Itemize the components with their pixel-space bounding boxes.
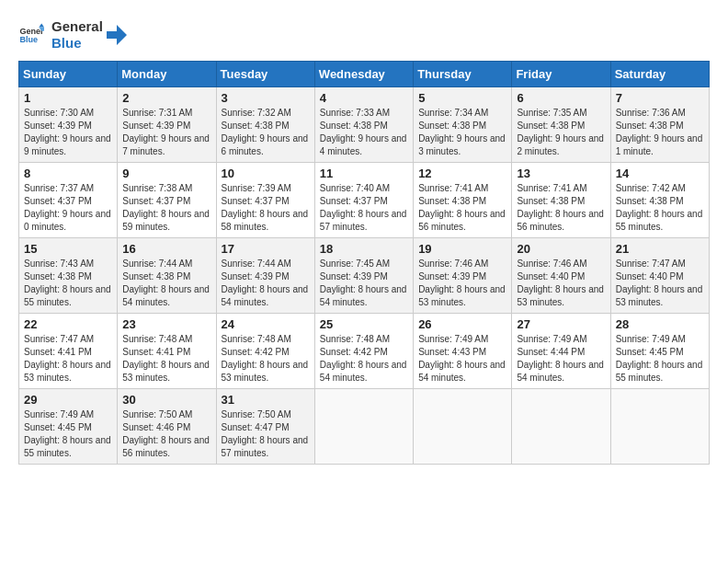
calendar-cell: 30 Sunrise: 7:50 AMSunset: 4:46 PMDaylig… [118,389,216,465]
calendar-cell: 1 Sunrise: 7:30 AMSunset: 4:39 PMDayligh… [19,87,118,163]
day-info: Sunrise: 7:38 AMSunset: 4:37 PMDaylight:… [122,183,210,232]
calendar-cell: 9 Sunrise: 7:38 AMSunset: 4:37 PMDayligh… [118,163,216,238]
day-info: Sunrise: 7:50 AMSunset: 4:47 PMDaylight:… [222,409,309,458]
calendar-cell: 4 Sunrise: 7:33 AMSunset: 4:38 PMDayligh… [314,87,413,163]
calendar-cell: 31 Sunrise: 7:50 AMSunset: 4:47 PMDaylig… [216,389,314,465]
header-day-sunday: Sunday [19,62,118,87]
day-number: 14 [616,167,704,180]
day-number: 26 [418,317,506,331]
svg-text:Blue: Blue [19,35,38,44]
day-info: Sunrise: 7:45 AMSunset: 4:39 PMDaylight:… [320,259,407,307]
day-number: 31 [222,393,310,407]
day-info: Sunrise: 7:47 AMSunset: 4:40 PMDaylight:… [616,259,703,307]
calendar-week-row: 8 Sunrise: 7:37 AMSunset: 4:37 PMDayligh… [19,163,710,238]
calendar-cell: 16 Sunrise: 7:44 AMSunset: 4:38 PMDaylig… [118,238,216,314]
day-number: 9 [122,167,210,180]
day-number: 29 [24,393,112,407]
logo-text-blue: Blue [51,35,103,52]
day-info: Sunrise: 7:36 AMSunset: 4:38 PMDaylight:… [616,108,703,156]
calendar-cell: 5 Sunrise: 7:34 AMSunset: 4:38 PMDayligh… [414,87,512,163]
calendar-cell: 8 Sunrise: 7:37 AMSunset: 4:37 PMDayligh… [19,163,118,238]
calendar-cell [610,389,709,465]
day-number: 8 [24,167,112,180]
calendar-week-row: 1 Sunrise: 7:30 AMSunset: 4:39 PMDayligh… [19,87,710,163]
day-info: Sunrise: 7:49 AMSunset: 4:43 PMDaylight:… [418,334,506,383]
day-number: 30 [122,393,210,407]
calendar-week-row: 15 Sunrise: 7:43 AMSunset: 4:38 PMDaylig… [19,238,710,314]
calendar-cell: 6 Sunrise: 7:35 AMSunset: 4:38 PMDayligh… [512,87,610,163]
day-info: Sunrise: 7:41 AMSunset: 4:38 PMDaylight:… [517,183,604,232]
day-info: Sunrise: 7:42 AMSunset: 4:38 PMDaylight:… [616,183,703,232]
calendar-cell: 20 Sunrise: 7:46 AMSunset: 4:40 PMDaylig… [512,238,610,314]
calendar-cell: 18 Sunrise: 7:45 AMSunset: 4:39 PMDaylig… [314,238,413,314]
calendar-cell: 25 Sunrise: 7:48 AMSunset: 4:42 PMDaylig… [314,314,413,389]
day-number: 4 [320,91,408,105]
day-info: Sunrise: 7:49 AMSunset: 4:44 PMDaylight:… [517,334,604,383]
page-header: General Blue General Blue [18,18,710,52]
logo-text-general: General [51,18,103,35]
calendar-header-row: SundayMondayTuesdayWednesdayThursdayFrid… [19,62,710,87]
calendar-cell: 13 Sunrise: 7:41 AMSunset: 4:38 PMDaylig… [512,163,610,238]
calendar-cell: 2 Sunrise: 7:31 AMSunset: 4:39 PMDayligh… [118,87,216,163]
day-number: 11 [320,167,408,180]
day-number: 28 [616,317,704,331]
svg-marker-4 [107,25,127,45]
day-info: Sunrise: 7:44 AMSunset: 4:38 PMDaylight:… [122,259,210,307]
calendar-cell: 24 Sunrise: 7:48 AMSunset: 4:42 PMDaylig… [216,314,314,389]
calendar-cell [314,389,413,465]
calendar-cell: 26 Sunrise: 7:49 AMSunset: 4:43 PMDaylig… [414,314,512,389]
day-info: Sunrise: 7:50 AMSunset: 4:46 PMDaylight:… [122,409,210,458]
header-day-thursday: Thursday [414,62,512,87]
day-info: Sunrise: 7:30 AMSunset: 4:39 PMDaylight:… [24,108,111,156]
day-info: Sunrise: 7:32 AMSunset: 4:38 PMDaylight:… [222,108,309,156]
calendar-cell: 29 Sunrise: 7:49 AMSunset: 4:45 PMDaylig… [19,389,118,465]
day-number: 2 [122,91,210,105]
day-info: Sunrise: 7:33 AMSunset: 4:38 PMDaylight:… [320,108,407,156]
header-day-friday: Friday [512,62,610,87]
day-number: 10 [222,167,310,180]
day-info: Sunrise: 7:39 AMSunset: 4:37 PMDaylight:… [222,183,309,232]
calendar-cell: 14 Sunrise: 7:42 AMSunset: 4:38 PMDaylig… [610,163,709,238]
day-info: Sunrise: 7:40 AMSunset: 4:37 PMDaylight:… [320,183,407,232]
calendar-cell: 27 Sunrise: 7:49 AMSunset: 4:44 PMDaylig… [512,314,610,389]
day-number: 25 [320,317,408,331]
svg-marker-2 [39,23,44,27]
calendar-cell: 22 Sunrise: 7:47 AMSunset: 4:41 PMDaylig… [19,314,118,389]
calendar-cell [414,389,512,465]
day-info: Sunrise: 7:35 AMSunset: 4:38 PMDaylight:… [517,108,604,156]
day-number: 5 [418,91,506,105]
day-number: 1 [24,91,112,105]
calendar-cell: 21 Sunrise: 7:47 AMSunset: 4:40 PMDaylig… [610,238,709,314]
day-number: 27 [517,317,605,331]
calendar-cell: 10 Sunrise: 7:39 AMSunset: 4:37 PMDaylig… [216,163,314,238]
calendar-cell: 17 Sunrise: 7:44 AMSunset: 4:39 PMDaylig… [216,238,314,314]
header-day-monday: Monday [118,62,216,87]
day-number: 24 [222,317,310,331]
day-number: 22 [24,317,112,331]
day-number: 23 [122,317,210,331]
day-number: 6 [517,91,605,105]
calendar-cell: 11 Sunrise: 7:40 AMSunset: 4:37 PMDaylig… [314,163,413,238]
logo-arrow-icon [107,25,127,45]
day-info: Sunrise: 7:34 AMSunset: 4:38 PMDaylight:… [418,108,506,156]
header-day-wednesday: Wednesday [314,62,413,87]
day-info: Sunrise: 7:37 AMSunset: 4:37 PMDaylight:… [24,183,111,232]
day-number: 15 [24,242,112,256]
calendar-week-row: 22 Sunrise: 7:47 AMSunset: 4:41 PMDaylig… [19,314,710,389]
logo-icon: General Blue [18,22,44,48]
day-number: 21 [616,242,704,256]
calendar-cell: 15 Sunrise: 7:43 AMSunset: 4:38 PMDaylig… [19,238,118,314]
calendar-cell: 28 Sunrise: 7:49 AMSunset: 4:45 PMDaylig… [610,314,709,389]
day-info: Sunrise: 7:48 AMSunset: 4:42 PMDaylight:… [320,334,407,383]
day-info: Sunrise: 7:46 AMSunset: 4:40 PMDaylight:… [517,259,604,307]
day-info: Sunrise: 7:48 AMSunset: 4:41 PMDaylight:… [122,334,210,383]
logo: General Blue General Blue [18,18,127,52]
calendar-cell [512,389,610,465]
day-info: Sunrise: 7:44 AMSunset: 4:39 PMDaylight:… [222,259,309,307]
day-number: 17 [222,242,310,256]
day-number: 20 [517,242,605,256]
calendar-cell: 3 Sunrise: 7:32 AMSunset: 4:38 PMDayligh… [216,87,314,163]
day-info: Sunrise: 7:31 AMSunset: 4:39 PMDaylight:… [122,108,210,156]
day-info: Sunrise: 7:49 AMSunset: 4:45 PMDaylight:… [24,409,111,458]
calendar-table: SundayMondayTuesdayWednesdayThursdayFrid… [18,61,710,465]
